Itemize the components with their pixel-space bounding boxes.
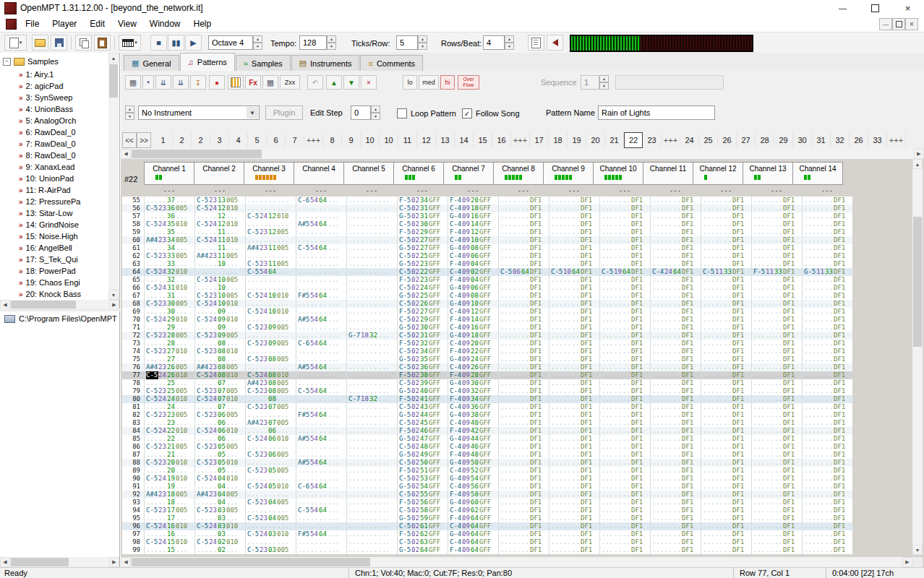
pattern-cell[interactable]: C-50229GFF — [397, 316, 448, 324]
pattern-cell[interactable]: .......DF1 — [549, 379, 599, 387]
pattern-cell[interactable]: .......DF1 — [498, 212, 549, 220]
pattern-cell[interactable]: .......... — [245, 522, 296, 530]
tree-item-sample[interactable]: »5: AnalogOrch — [0, 115, 108, 126]
pattern-cell[interactable]: C-52330005 — [144, 300, 194, 308]
pattern-cell[interactable]: .......... — [346, 451, 397, 459]
collapse-icon[interactable]: − — [3, 58, 11, 66]
pattern-cell[interactable]: .......DF1 — [802, 499, 852, 506]
channel-header[interactable]: Channel 7 — [443, 162, 494, 185]
pattern-cell[interactable]: .......DF1 — [498, 475, 549, 483]
pattern-cell[interactable]: .......DF1 — [599, 403, 650, 411]
pattern-cell[interactable]: .......DF1 — [498, 499, 549, 506]
pattern-cell[interactable]: .....07... — [194, 379, 245, 387]
channel-header[interactable]: Channel 14 — [792, 162, 843, 185]
channel-header[interactable]: Channel 10 — [593, 162, 643, 185]
pattern-cell[interactable]: .......DF1 — [751, 499, 802, 506]
pattern-cell[interactable]: .....32... — [144, 276, 194, 284]
pattern-cell[interactable]: .......DF1 — [549, 443, 599, 451]
rows-spinner[interactable]: ▲▼ — [505, 35, 514, 50]
pattern-cell[interactable]: F-40904GFF — [448, 276, 498, 284]
pattern-cell[interactable]: .......DF1 — [599, 451, 650, 459]
pattern-cell[interactable]: C-52307005 — [194, 387, 245, 395]
pattern-cell[interactable]: C-52410005 — [194, 276, 245, 284]
pattern-cell[interactable]: C-50236GFF — [397, 363, 448, 371]
pattern-cell[interactable]: .......DF1 — [498, 244, 549, 252]
pattern-cell[interactable]: .......DF1 — [498, 443, 549, 451]
pattern-cell[interactable]: .......DF1 — [549, 475, 599, 483]
pattern-cell[interactable]: .......DF1 — [701, 475, 751, 483]
pattern-cell[interactable]: F-40964GFF — [448, 514, 498, 522]
tree-root-samples[interactable]: − Samples — [3, 56, 59, 67]
menu-edit[interactable]: Edit — [83, 16, 111, 32]
pattern-cell[interactable]: .......DF1 — [549, 324, 599, 332]
pattern-cell[interactable]: .......... — [346, 244, 397, 252]
pattern-cell[interactable]: .......DF1 — [802, 292, 852, 300]
pattern-cell[interactable]: .......DF1 — [599, 292, 650, 300]
pattern-cell[interactable]: G-40910GFF — [448, 300, 498, 308]
pattern-cell[interactable]: C-42464DF1 — [650, 268, 701, 276]
pattern-hscrollbar-thumb[interactable] — [132, 558, 370, 566]
pattern-cell[interactable]: F-40914GFF — [448, 316, 498, 324]
pattern-cell[interactable]: A#42326005 — [144, 363, 194, 371]
tree-item-sample[interactable]: »20: Knock Bass — [0, 288, 108, 300]
pattern-cell[interactable]: F-40904GFF — [448, 260, 498, 268]
pattern-cell[interactable]: .......... — [346, 522, 397, 530]
pattern-cell[interactable]: C-52402010 — [194, 538, 245, 546]
pattern-cell[interactable]: .......DF1 — [701, 324, 751, 332]
pattern-cell[interactable]: .......DF1 — [802, 467, 852, 475]
pattern-cell[interactable]: .......DF1 — [599, 491, 650, 499]
maximize-button[interactable] — [859, 0, 891, 16]
paste-button[interactable] — [94, 35, 111, 51]
pattern-cell[interactable]: .......DF1 — [751, 316, 802, 324]
pattern-cell[interactable]: .......DF1 — [498, 522, 549, 530]
pattern-cell[interactable]: F-40948GFF — [448, 451, 498, 459]
pattern-cell[interactable]: F-50234GFF — [397, 197, 448, 204]
pattern-cell[interactable]: .....27... — [144, 355, 194, 363]
document-icon[interactable] — [6, 19, 17, 30]
pattern-cell[interactable]: .......DF1 — [498, 284, 549, 292]
pattern-cell[interactable]: .......DF1 — [498, 538, 549, 546]
pattern-cell[interactable]: C-52325005 — [144, 387, 194, 395]
pattern-cell[interactable]: .......DF1 — [650, 483, 701, 491]
pattern-cell[interactable]: .......... — [296, 538, 346, 546]
pattern-cell[interactable]: .......DF1 — [701, 499, 751, 506]
pattern-cell[interactable]: G-50247GFF — [397, 435, 448, 443]
order-cell[interactable]: 5 — [248, 132, 267, 148]
pattern-cell[interactable]: C-52405010 — [245, 483, 296, 491]
pattern-cell[interactable]: .......DF1 — [599, 514, 650, 522]
pattern-cell[interactable]: .......DF1 — [549, 459, 599, 467]
pattern-cell[interactable]: A#42318005 — [144, 491, 194, 499]
pattern-cell[interactable]: .......DF1 — [802, 316, 852, 324]
edit-step-spinner[interactable]: ▲▼ — [371, 105, 380, 120]
tree-item-sample[interactable]: »12: PressurePa — [0, 196, 108, 207]
pattern-cell[interactable]: C-40902GFF — [448, 268, 498, 276]
pattern-cell[interactable]: .....10... — [194, 284, 245, 292]
ticks-per-row-input[interactable]: 5 — [396, 35, 418, 50]
pattern-cell[interactable]: C-50263GFF — [397, 538, 448, 546]
pattern-cell[interactable]: .......DF1 — [599, 411, 650, 419]
pattern-cell[interactable]: .......DF1 — [802, 228, 852, 236]
play-from-row-button[interactable]: ↧ — [190, 75, 206, 90]
order-cell[interactable]: +++ — [887, 132, 906, 148]
pattern-cell[interactable]: C-52308005 — [245, 387, 296, 395]
pattern-cell[interactable]: .......DF1 — [599, 506, 650, 514]
pattern-cell[interactable]: .......DF1 — [701, 411, 751, 419]
pattern-cell[interactable]: .....18... — [144, 499, 194, 506]
order-cell[interactable]: 13 — [436, 132, 455, 148]
pattern-cell[interactable]: .......DF1 — [599, 276, 650, 284]
tree-item-sample[interactable]: »8: RawDeal_0 — [0, 150, 108, 161]
pattern-cell[interactable]: .......... — [346, 252, 397, 260]
pattern-cell[interactable]: .......DF1 — [650, 332, 701, 340]
pattern-cell[interactable]: C-40940GFF — [448, 419, 498, 427]
pattern-cell[interactable]: C-55464... — [296, 244, 346, 252]
pattern-cell[interactable]: A#55464... — [296, 316, 346, 324]
order-prev-button[interactable]: << — [122, 132, 137, 148]
pattern-cell[interactable]: G-51133DF1 — [802, 268, 852, 276]
pattern-cell[interactable]: .......DF1 — [599, 355, 650, 363]
panel-divider[interactable] — [0, 309, 120, 311]
order-cell[interactable]: 33 — [868, 132, 887, 148]
pattern-cell[interactable]: .......... — [346, 212, 397, 220]
pattern-cell[interactable]: .......... — [346, 316, 397, 324]
pattern-cell[interactable]: .......DF1 — [650, 355, 701, 363]
order-cell[interactable]: +++ — [304, 132, 323, 148]
